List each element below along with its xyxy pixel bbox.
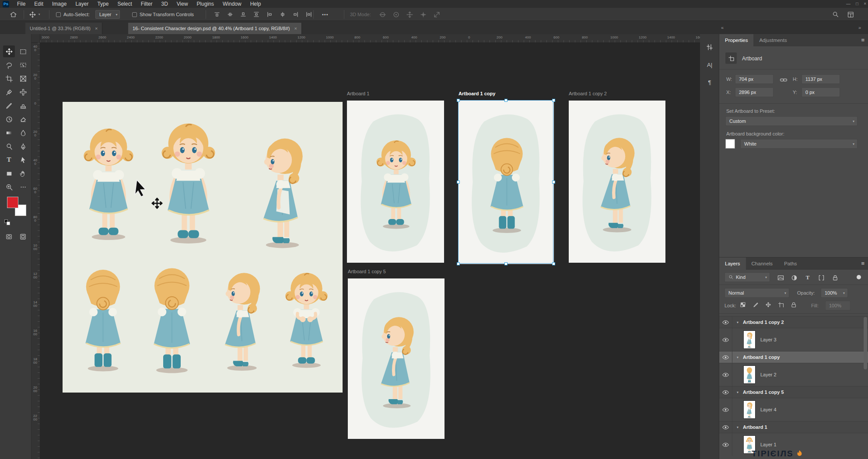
panel-menu-icon[interactable]: ≡	[861, 37, 864, 43]
pixel-layer-filter-button[interactable]	[777, 274, 784, 281]
clone-stamp-tool[interactable]	[17, 100, 29, 111]
artboard-4[interactable]	[348, 278, 444, 439]
foreground-color-swatch[interactable]	[7, 197, 18, 208]
lock-all-button[interactable]	[790, 301, 797, 308]
layer-filter-kind-dropdown[interactable]: Kind ▾	[724, 272, 770, 282]
rectangle-tool[interactable]	[3, 167, 15, 179]
3d-slide-button[interactable]	[418, 8, 428, 21]
horizontal-ruler[interactable]: 3000280026002400220020001800160014001200…	[40, 34, 700, 43]
menu-3d[interactable]: 3D	[157, 0, 172, 8]
layers-scrollbar[interactable]	[864, 317, 867, 369]
transform-handle[interactable]	[457, 99, 460, 102]
auto-select-checkbox-box[interactable]	[56, 12, 61, 17]
healing-brush-tool[interactable]	[17, 86, 29, 98]
layer-row[interactable]: Layer 2	[719, 363, 868, 386]
default-colors-icon[interactable]	[4, 219, 10, 226]
width-field[interactable]: 704 px	[735, 74, 774, 84]
chevron-down-icon[interactable]: ▾	[737, 355, 738, 359]
lock-transparent-pixels-button[interactable]	[739, 301, 746, 308]
adjustment-layer-filter-button[interactable]	[791, 274, 798, 281]
auto-select-checkbox[interactable]: Auto-Select:	[56, 8, 90, 21]
align-vertical-centers-button[interactable]	[225, 8, 235, 21]
visibility-toggle[interactable]	[719, 398, 732, 421]
align-bottom-edges-button[interactable]	[238, 8, 248, 21]
menu-layer[interactable]: Layer	[71, 0, 93, 8]
close-tab-icon[interactable]: ×	[95, 26, 98, 31]
layer-row[interactable]: Layer 3	[719, 328, 868, 351]
tab-properties[interactable]: Properties	[719, 34, 753, 46]
layer-thumbnail[interactable]	[744, 401, 755, 418]
eyedropper-tool[interactable]	[3, 86, 15, 98]
object-selection-tool[interactable]	[17, 59, 29, 71]
transform-handle[interactable]	[504, 99, 508, 102]
x-field[interactable]: 2896 px	[735, 87, 774, 97]
move-tool[interactable]	[3, 45, 15, 57]
background-color-swatch[interactable]	[725, 139, 735, 149]
layer-thumbnail[interactable]	[744, 331, 755, 348]
hand-tool[interactable]	[17, 167, 29, 179]
transform-handle[interactable]	[457, 181, 460, 184]
shape-layer-filter-button[interactable]	[818, 274, 825, 281]
menu-edit[interactable]: Edit	[30, 0, 48, 8]
artboard-2[interactable]	[458, 101, 554, 264]
transform-handle[interactable]	[552, 99, 555, 102]
restore-icon[interactable]: □	[856, 0, 858, 8]
artboard-label[interactable]: Artboard 1 copy	[458, 91, 495, 96]
filter-toggle-icon[interactable]	[857, 275, 861, 279]
document-tab-untitled[interactable]: Untitled-1 @ 33.3% (RGB/8) ×	[25, 23, 102, 34]
frame-tool[interactable]	[17, 73, 29, 84]
tab-layers[interactable]: Layers	[719, 257, 746, 270]
distribute-vertical-button[interactable]	[251, 8, 262, 21]
more-align-options-button[interactable]: •••	[322, 8, 329, 21]
menu-image[interactable]: Image	[48, 0, 71, 8]
blur-tool[interactable]	[17, 127, 29, 139]
menu-select[interactable]: Select	[113, 0, 136, 8]
chevron-down-icon[interactable]: ▾	[737, 390, 738, 394]
character-panel-icon[interactable]: A|	[704, 59, 716, 71]
panel-menu-icon[interactable]: ≡	[861, 260, 864, 267]
type-tool[interactable]: T	[3, 154, 15, 166]
collapse-dock-left-icon[interactable]: «	[721, 25, 724, 30]
tab-channels[interactable]: Channels	[746, 257, 779, 270]
layer-group-row[interactable]: ▾Artboard 1 copy	[719, 351, 868, 363]
menu-filter[interactable]: Filter	[136, 0, 157, 8]
show-transform-checkbox-box[interactable]	[132, 12, 137, 17]
artboard-label[interactable]: Artboard 1	[347, 91, 369, 96]
menu-type[interactable]: Type	[93, 0, 113, 8]
home-button[interactable]	[8, 8, 18, 21]
menu-plugins[interactable]: Plugins	[192, 0, 218, 8]
3d-roll-button[interactable]	[391, 8, 401, 21]
reference-image[interactable]	[63, 102, 343, 393]
ruler-origin-corner[interactable]	[32, 34, 40, 43]
lock-artboard-nesting-button[interactable]	[777, 301, 784, 308]
artboard-3[interactable]	[569, 101, 665, 263]
pen-tool[interactable]	[17, 140, 29, 152]
menu-file[interactable]: File	[13, 0, 30, 8]
artboard-label[interactable]: Artboard 1 copy 2	[569, 91, 607, 96]
marquee-tool[interactable]	[17, 45, 29, 57]
search-button[interactable]	[830, 8, 841, 21]
visibility-toggle[interactable]	[719, 328, 732, 351]
visibility-toggle[interactable]	[719, 386, 732, 398]
transform-handle[interactable]	[504, 262, 508, 265]
menu-window[interactable]: Window	[218, 0, 246, 8]
properties-sliders-icon[interactable]	[704, 41, 716, 53]
more-tools[interactable]	[17, 181, 29, 193]
3d-drag-button[interactable]	[404, 8, 415, 21]
layer-group-row[interactable]: ▾Artboard 1	[719, 421, 868, 433]
layer-group-row[interactable]: ▾Artboard 1 copy 2	[719, 316, 868, 328]
vertical-ruler[interactable]: 4002000200400600800100012001400160018002…	[32, 43, 40, 459]
align-top-edges-button[interactable]	[212, 8, 222, 21]
visibility-toggle[interactable]	[719, 433, 732, 456]
tab-adjustments[interactable]: Adjustments	[753, 34, 792, 46]
background-color-dropdown[interactable]: White▾	[740, 139, 858, 149]
lock-position-button[interactable]	[765, 301, 771, 308]
quick-mask-button[interactable]	[3, 231, 15, 243]
align-horizontal-centers-button[interactable]	[277, 8, 288, 21]
show-transform-controls-checkbox[interactable]: Show Transform Controls	[132, 8, 194, 21]
visibility-toggle[interactable]	[719, 421, 732, 433]
crop-tool[interactable]	[3, 73, 15, 84]
transform-handle[interactable]	[552, 262, 555, 265]
preset-dropdown[interactable]: Custom▾	[725, 116, 858, 126]
menu-help[interactable]: Help	[246, 0, 266, 8]
